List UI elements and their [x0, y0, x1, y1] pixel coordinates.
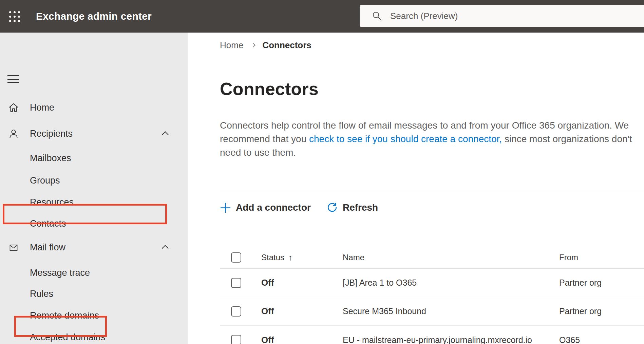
add-connector-label: Add a connector	[236, 202, 311, 213]
select-all-checkbox[interactable]	[231, 252, 241, 263]
create-connector-check-link[interactable]: check to see if you should create a conn…	[309, 134, 502, 144]
sidebar-item-recipients[interactable]: Recipients	[0, 124, 188, 143]
column-header-name[interactable]: Name	[343, 253, 559, 262]
sidebar-item-rules[interactable]: Rules	[0, 284, 188, 303]
sidebar-item-label: Mail flow	[30, 242, 65, 253]
table-row[interactable]: Off [JB] Area 1 to O365 Partner org	[220, 269, 644, 297]
waffle-icon	[9, 11, 20, 22]
sidebar-item-label: Message trace	[30, 268, 90, 278]
column-header-status[interactable]: Status ↑	[261, 253, 343, 262]
chevron-up-icon[interactable]	[162, 131, 169, 138]
from-value: O365	[559, 335, 580, 344]
row-checkbox[interactable]	[231, 335, 241, 344]
app-launcher-button[interactable]	[5, 7, 24, 26]
refresh-button[interactable]: Refresh	[326, 202, 378, 213]
chevron-up-icon[interactable]	[162, 245, 169, 252]
breadcrumb-chevron-icon	[251, 43, 255, 47]
table-row[interactable]: Off Secure M365 Inbound Partner org	[220, 297, 644, 326]
home-icon	[8, 102, 19, 113]
sidebar-item-label: Mailboxes	[30, 153, 71, 164]
search-input[interactable]	[390, 11, 594, 21]
search-box[interactable]	[360, 5, 644, 27]
row-checkbox[interactable]	[231, 278, 241, 288]
sidebar-item-remote-domains[interactable]: Remote domains	[0, 306, 188, 325]
hamburger-icon	[7, 75, 19, 76]
status-value: Off	[261, 335, 274, 344]
table-row[interactable]: Off EU - mailstream-eu-primary.journalin…	[220, 326, 644, 344]
sidebar-item-mailboxes[interactable]: Mailboxes	[0, 149, 188, 168]
sidebar-item-label: Remote domains	[30, 310, 99, 321]
connector-name[interactable]: [JB] Area 1 to O365	[343, 278, 417, 287]
connector-name[interactable]: Secure M365 Inbound	[343, 306, 426, 316]
toolbar: Add a connector Refresh	[220, 199, 378, 216]
column-header-from[interactable]: From	[559, 253, 644, 262]
toolbar-divider	[220, 191, 644, 191]
sidebar-item-accepted-domains[interactable]: Accepted domains	[0, 328, 188, 344]
top-app-bar: Exchange admin center	[0, 0, 644, 33]
search-icon	[372, 11, 382, 21]
hamburger-menu-button[interactable]	[7, 75, 19, 83]
status-value: Off	[261, 306, 274, 317]
sort-ascending-icon: ↑	[288, 253, 292, 262]
row-checkbox[interactable]	[231, 306, 241, 317]
sidebar-item-groups[interactable]: Groups	[0, 171, 188, 190]
person-icon	[8, 128, 19, 139]
table-header-row: Status ↑ Name From	[220, 247, 644, 269]
breadcrumb: Home Connectors	[220, 39, 311, 51]
sidebar-item-label: Resources	[30, 197, 74, 208]
sidebar-item-label: Contacts	[30, 218, 66, 229]
sidebar-item-label: Rules	[30, 289, 53, 299]
sidebar-item-label: Groups	[30, 175, 60, 186]
add-connector-button[interactable]: Add a connector	[220, 202, 311, 213]
connector-name[interactable]: EU - mailstream-eu-primary.journaling.mx…	[343, 335, 532, 344]
refresh-icon	[326, 202, 338, 213]
mail-icon	[8, 244, 19, 253]
sidebar-item-resources[interactable]: Resources	[0, 193, 188, 212]
sidebar-item-label: Accepted domains	[30, 332, 105, 343]
page-title: Connectors	[220, 79, 319, 99]
refresh-label: Refresh	[343, 202, 378, 213]
from-value: Partner org	[559, 278, 602, 287]
breadcrumb-current: Connectors	[262, 40, 311, 51]
breadcrumb-home-link[interactable]: Home	[220, 40, 243, 51]
sidebar-item-contacts[interactable]: Contacts	[0, 214, 188, 233]
app-title: Exchange admin center	[36, 0, 152, 33]
exchange-admin-center-window: Exchange admin center Home Reci	[0, 0, 644, 344]
plus-icon	[220, 202, 231, 213]
page-description: Connectors help control the flow of emai…	[220, 119, 637, 159]
connectors-table: Status ↑ Name From Off [JB] Area 1 to O3…	[220, 247, 644, 344]
status-value: Off	[261, 278, 274, 288]
sidebar-item-label: Recipients	[30, 129, 73, 139]
sidebar-item-mail-flow[interactable]: Mail flow	[0, 238, 188, 257]
sidebar-item-label: Home	[30, 102, 54, 113]
sidebar-item-message-trace[interactable]: Message trace	[0, 263, 188, 282]
sidebar-nav: Home Recipients Mailboxes Groups Resourc…	[0, 33, 188, 344]
sidebar-item-home[interactable]: Home	[0, 98, 188, 117]
from-value: Partner org	[559, 306, 602, 316]
